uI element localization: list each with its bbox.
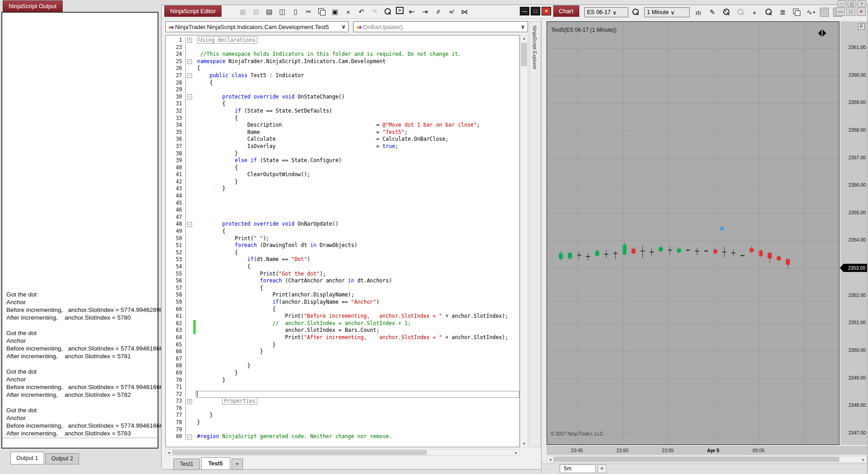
expand-region-icon[interactable]: + <box>187 399 192 404</box>
editor-close-button[interactable]: × <box>542 7 551 15</box>
fixed-scale-button[interactable]: F <box>858 23 865 30</box>
scroll-left-arrow[interactable]: ◄ <box>548 458 552 462</box>
code-line: 45 <box>166 200 519 207</box>
line-number: 28 <box>166 79 186 87</box>
price-axis[interactable]: 2353.00 2361.002360.002359.002358.002357… <box>840 21 867 445</box>
delete-icon[interactable]: × <box>343 7 353 17</box>
code-text: foreach (DrawingTool dt in DrawObjects) <box>196 242 519 249</box>
collapse-region-icon[interactable]: − <box>187 434 192 439</box>
output-tab-output-2[interactable]: Output 2 <box>45 453 79 464</box>
candle-wick <box>615 251 616 259</box>
scroll-left-arrow[interactable]: ◄ <box>167 451 171 455</box>
cut-icon[interactable]: ✂ <box>304 7 314 17</box>
paste-icon[interactable]: ▣ <box>330 7 340 17</box>
log-line: After incrementing, anchor.SlotIndex = 5… <box>6 352 173 360</box>
output-window-title[interactable]: NinjaScript Output <box>3 0 63 12</box>
ninjascript-explorer-tab[interactable]: NinjaScript Explorer <box>529 21 541 447</box>
print-icon[interactable]: ▤ <box>264 7 274 17</box>
collapse-regions-icon[interactable]: ⋈ <box>459 7 469 17</box>
editor-tab-+[interactable]: + <box>232 459 243 470</box>
code-token: } <box>197 150 238 157</box>
zoom-in-icon[interactable]: + <box>721 7 731 17</box>
collapse-region-icon[interactable]: − <box>187 94 192 99</box>
scroll-up-arrow[interactable]: ▲ <box>521 36 528 40</box>
output-tab-output-1[interactable]: Output 1 <box>10 452 44 464</box>
chart-minimize-button[interactable]: — <box>836 7 845 16</box>
collapse-region-icon[interactable]: − <box>187 59 192 64</box>
main-close-button[interactable]: × <box>858 0 866 7</box>
scroll-down-arrow[interactable]: ▼ <box>521 442 528 446</box>
code-line: 46 <box>166 207 519 214</box>
horizontal-scroll-thumb[interactable] <box>173 450 427 455</box>
bar-spacing-icon[interactable]: ≣ <box>778 7 788 17</box>
chart-maximize-button[interactable]: □ <box>846 7 855 16</box>
crosshair-icon[interactable]: + <box>750 7 760 17</box>
log-line: Before incrementing, anchor.SlotIndex = … <box>6 345 173 352</box>
code-token <box>197 256 247 262</box>
print-preview-icon[interactable]: ◫ <box>277 7 287 17</box>
chart-close-button[interactable]: × <box>857 7 866 16</box>
collapsed-region-box[interactable]: Using declarations <box>197 36 257 44</box>
copy-icon[interactable] <box>317 7 327 17</box>
line-number: 26 <box>166 65 186 72</box>
expand-region-icon[interactable]: + <box>187 38 192 43</box>
uncomment-selection-icon[interactable]: ×/ <box>446 7 456 17</box>
instrument-search-icon[interactable] <box>631 7 641 17</box>
zoom-out-icon[interactable]: − <box>735 7 745 17</box>
code-line: 67 <box>166 356 519 363</box>
vertical-scroll-thumb[interactable] <box>521 43 527 66</box>
drawing-tools-icon[interactable]: ✎ <box>707 7 717 17</box>
editor-tab-test5[interactable]: Test5 <box>201 457 230 470</box>
interval-tab[interactable]: 5m <box>560 464 596 473</box>
line-number: 1 <box>166 37 186 44</box>
main-minimize-button[interactable]: — <box>838 0 846 7</box>
file-properties-icon[interactable]: ▯ <box>291 7 301 17</box>
editor-horizontal-scrollbar[interactable]: ◄ ► <box>165 449 520 456</box>
layers-icon[interactable] <box>792 7 802 17</box>
log-line: Before incrementing, anchor.SlotIndex = … <box>6 383 173 391</box>
main-restore-button[interactable]: ◱ <box>848 0 856 7</box>
redo-icon[interactable]: ↷ <box>370 7 380 17</box>
collapse-region-icon[interactable]: − <box>187 222 192 227</box>
line-number: 41 <box>166 171 186 178</box>
editor-minimize-button[interactable]: — <box>520 7 529 15</box>
type-dropdown[interactable]: ◆◆ NinjaTrader.NinjaScript.Indicators.Ca… <box>165 21 349 32</box>
decrease-indent-icon[interactable]: ⇤ <box>407 7 417 17</box>
dot-drawing-object[interactable] <box>720 227 724 231</box>
chart-horizontal-scrollbar[interactable]: ◄ ► <box>547 456 867 463</box>
editor-maximize-button[interactable]: □ <box>531 7 540 15</box>
chart-interval-bar: 5m + <box>542 464 867 474</box>
code-editor[interactable]: 1+Using declarations2324 //This namespac… <box>165 35 520 447</box>
comment-selection-icon[interactable]: // <box>433 7 443 17</box>
indicators-icon[interactable]: ∿▾ <box>806 7 816 17</box>
save-all-icon[interactable]: ▥ <box>251 7 261 17</box>
scroll-right-arrow[interactable]: ► <box>514 451 518 455</box>
editor-window-title[interactable]: NinjaScript Editor <box>164 5 222 17</box>
gridline-vertical <box>668 22 669 444</box>
panel-button-1-icon[interactable] <box>820 8 829 17</box>
scroll-right-arrow[interactable]: ► <box>862 458 865 462</box>
price-tick-label: 2347.00 <box>848 430 866 435</box>
editor-tab-test1[interactable]: Test1 <box>173 459 200 470</box>
chart-window-title[interactable]: Chart <box>553 5 579 17</box>
add-interval-tab-button[interactable]: + <box>597 464 607 473</box>
code-text <box>196 86 519 94</box>
time-axis[interactable]: 23:4523:5023:55Apr 500:05 <box>547 446 867 455</box>
collapse-region-icon[interactable]: − <box>187 73 192 78</box>
chart-plot[interactable]: Test5(ES 06-17 (1 Minute)) © 2017 NinjaT… <box>547 21 839 445</box>
find-icon[interactable] <box>383 7 393 17</box>
data-box-icon[interactable] <box>764 7 774 17</box>
undo-icon[interactable]: ↶ <box>356 7 366 17</box>
compile-icon[interactable]: > <box>396 7 404 14</box>
member-dropdown[interactable]: ◆◆ OnBarUpdate() ∨ <box>353 21 528 32</box>
chart-style-icon[interactable]: ıIı <box>693 7 703 17</box>
chart-scroll-thumb[interactable] <box>553 457 839 462</box>
code-token: else <box>235 157 247 163</box>
interval-dropdown[interactable]: 1 Minute ∨ <box>644 7 690 17</box>
instrument-dropdown[interactable]: ES 06-17 ∨ <box>584 7 628 17</box>
collapsed-region-box[interactable]: Properties <box>222 397 257 405</box>
output-log-area[interactable]: Got the dotAnchorBefore incrementing, an… <box>1 12 158 449</box>
increase-indent-icon[interactable]: ⇥ <box>420 7 430 17</box>
save-icon[interactable]: ▦ <box>238 7 248 17</box>
editor-vertical-scrollbar[interactable]: ▲ ▼ <box>520 35 528 447</box>
